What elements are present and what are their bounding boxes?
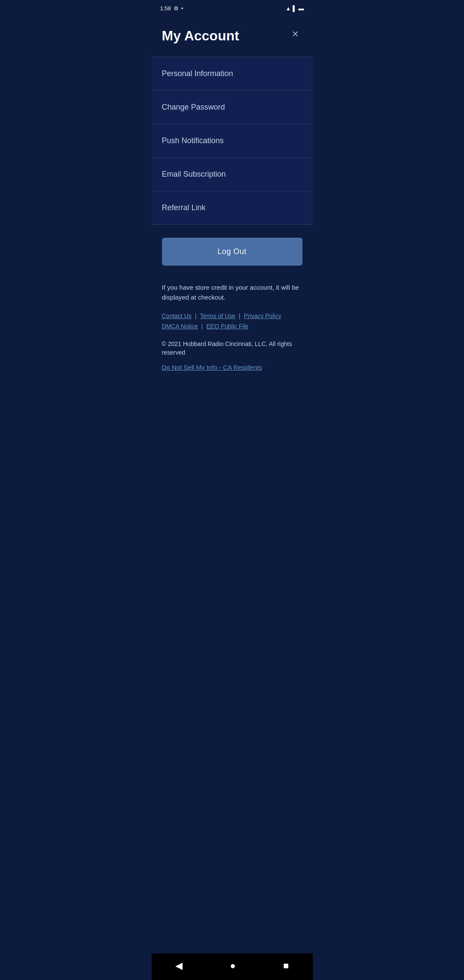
- status-icons-area: ▲ ▌ ▬: [285, 5, 304, 12]
- menu-item-change-password[interactable]: Change Password: [152, 91, 313, 124]
- menu-item-push-notifications[interactable]: Push Notifications: [152, 124, 313, 158]
- menu-item-personal-information[interactable]: Personal Information: [152, 57, 313, 91]
- divider-2: |: [239, 312, 241, 319]
- settings-icon: ⚙: [174, 5, 179, 12]
- divider-1: |: [195, 312, 197, 319]
- footer: If you have store credit in your account…: [152, 274, 313, 384]
- dot-icon: •: [181, 5, 183, 12]
- close-button[interactable]: ✕: [288, 25, 302, 43]
- footer-links-row1: Contact Us | Terms of Use | Privacy Poli…: [162, 312, 302, 319]
- copyright-text: © 2021 Hubbard Radio Cincinnati, LLC. Al…: [162, 340, 302, 357]
- do-not-sell-link[interactable]: Do Not Sell My Info - CA Residents: [162, 364, 262, 371]
- eeo-public-file-link[interactable]: EEO Public File: [206, 323, 248, 330]
- logout-button[interactable]: Log Out: [162, 238, 302, 266]
- battery-icon: ▬: [299, 5, 304, 12]
- account-menu: Personal Information Change Password Pus…: [152, 57, 313, 225]
- privacy-policy-link[interactable]: Privacy Policy: [244, 312, 281, 319]
- divider-3: |: [201, 323, 203, 330]
- menu-item-change-password-label: Change Password: [162, 103, 225, 112]
- status-time: 1:58: [160, 5, 171, 12]
- page-header: My Account ✕: [152, 15, 313, 57]
- terms-of-use-link[interactable]: Terms of Use: [200, 312, 235, 319]
- menu-item-referral-link-label: Referral Link: [162, 203, 206, 212]
- wifi-icon: ▲: [285, 5, 291, 12]
- dmca-notice-link[interactable]: DMCA Notice: [162, 323, 198, 330]
- menu-item-email-subscription-label: Email Subscription: [162, 170, 226, 179]
- logout-section: Log Out: [152, 225, 313, 274]
- signal-icon: ▌: [293, 5, 296, 12]
- menu-item-referral-link[interactable]: Referral Link: [152, 191, 313, 225]
- menu-item-personal-information-label: Personal Information: [162, 69, 233, 78]
- footer-note: If you have store credit in your account…: [162, 283, 302, 302]
- footer-links-row2: DMCA Notice | EEO Public File: [162, 323, 302, 330]
- menu-item-email-subscription[interactable]: Email Subscription: [152, 158, 313, 191]
- status-bar: 1:58 ⚙ • ▲ ▌ ▬: [152, 0, 313, 15]
- status-time-area: 1:58 ⚙ •: [160, 5, 183, 12]
- menu-item-push-notifications-label: Push Notifications: [162, 136, 224, 145]
- contact-us-link[interactable]: Contact Us: [162, 312, 192, 319]
- page-title: My Account: [162, 28, 239, 44]
